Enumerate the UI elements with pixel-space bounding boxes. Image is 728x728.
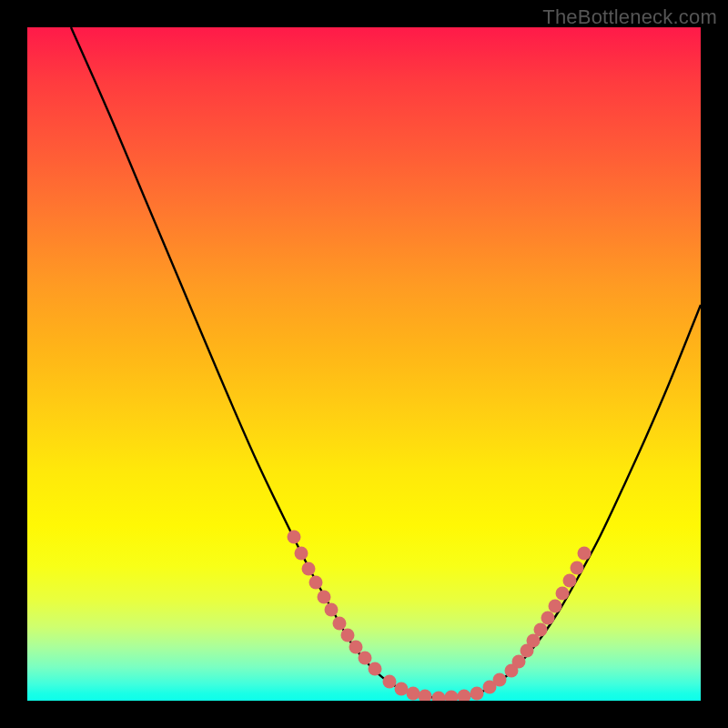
dots-bottom-group — [383, 673, 507, 702]
data-dot — [341, 629, 355, 642]
data-dot — [333, 617, 347, 631]
data-dot — [369, 662, 382, 676]
data-dot — [493, 673, 507, 687]
curve-line — [71, 27, 701, 698]
dots-left-group — [288, 531, 382, 676]
watermark-text: TheBottleneck.com — [542, 5, 717, 29]
data-dot — [288, 531, 301, 544]
data-dot — [302, 562, 316, 576]
data-dot — [419, 690, 432, 702]
data-dot — [407, 687, 420, 701]
dots-right-group — [505, 547, 592, 678]
data-dot — [458, 690, 471, 702]
data-dot — [325, 603, 339, 617]
data-dot — [549, 600, 562, 613]
data-dot — [309, 576, 323, 590]
chart-frame: TheBottleneck.com — [0, 0, 728, 728]
data-dot — [470, 687, 484, 701]
plot-area — [27, 27, 701, 701]
data-dot — [383, 675, 397, 689]
data-dot — [556, 587, 570, 601]
data-dot — [318, 591, 331, 604]
data-dot — [571, 561, 584, 575]
data-dot — [295, 547, 308, 561]
data-dot — [534, 623, 548, 637]
data-dot — [541, 612, 555, 625]
data-dot — [445, 691, 459, 702]
data-dot — [512, 655, 526, 669]
data-dot — [578, 547, 592, 561]
data-dot — [359, 652, 372, 665]
data-dot — [563, 574, 577, 588]
data-dot — [349, 641, 363, 654]
chart-svg — [27, 27, 701, 701]
data-dot — [395, 682, 409, 696]
data-dot — [432, 692, 446, 702]
